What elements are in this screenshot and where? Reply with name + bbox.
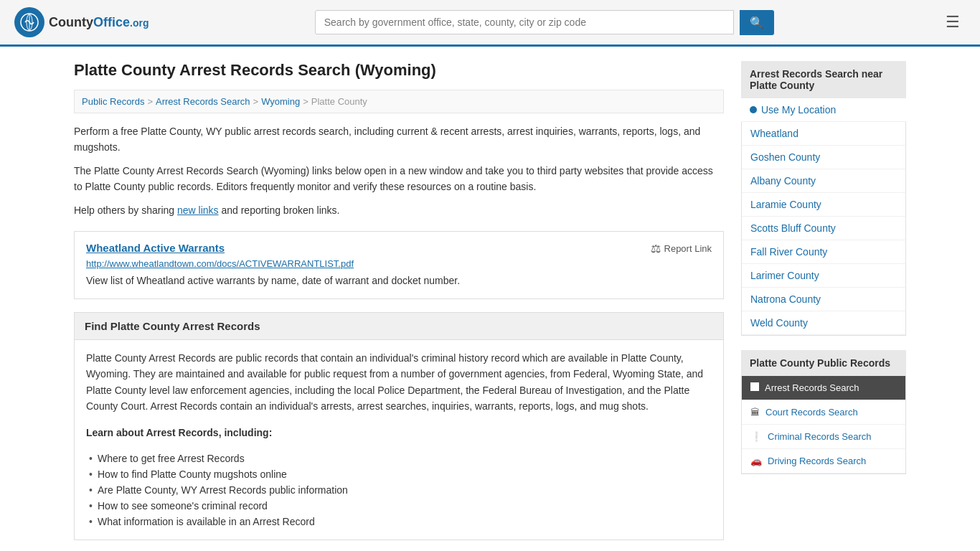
sidebar-nearby-link[interactable]: Wheatland — [750, 128, 798, 139]
sidebar-nearby-item[interactable]: Weld County — [742, 311, 905, 335]
search-input[interactable] — [315, 10, 734, 34]
breadcrumb: Public Records > Arrest Records Search >… — [74, 90, 724, 113]
sidebar-nearby-item[interactable]: Natrona County — [742, 288, 905, 311]
sidebar-nearby-link[interactable]: Weld County — [750, 317, 808, 329]
location-icon — [750, 106, 757, 113]
breadcrumb-sep1: > — [147, 96, 153, 107]
sidebar-nearby-item[interactable]: Scotts Bluff County — [742, 217, 905, 240]
sidebar: Arrest Records Search near Platte County… — [741, 61, 906, 551]
search-bar: 🔍 — [315, 10, 774, 35]
exclamation-icon: ❕ — [750, 431, 762, 442]
sidebar-nearby-item[interactable]: Albany County — [742, 169, 905, 193]
logo-icon — [14, 7, 44, 37]
breadcrumb-current: Platte County — [311, 96, 367, 107]
report-link-label: Report Link — [664, 243, 712, 254]
sidebar-nearby-item[interactable]: Wheatland — [742, 122, 905, 146]
warrant-title[interactable]: Wheatland Active Warrants — [86, 242, 225, 254]
sidebar-nearby: Arrest Records Search near Platte County… — [741, 61, 906, 336]
find-section-header: Find Platte County Arrest Records — [75, 313, 723, 340]
sidebar-nearby-list: WheatlandGoshen CountyAlbany CountyLaram… — [741, 122, 906, 336]
help-suffix: and reporting broken links. — [221, 204, 339, 216]
sidebar-nearby-link[interactable]: Goshen County — [750, 151, 820, 163]
learn-list: Where to get free Arrest RecordsHow to f… — [86, 451, 712, 529]
building-icon: 🏛 — [750, 407, 760, 418]
sidebar-public-link[interactable]: Arrest Records Search — [765, 382, 859, 393]
learn-item: What information is available in an Arre… — [86, 514, 712, 529]
search-icon: 🔍 — [750, 17, 764, 29]
car-icon: 🚗 — [750, 456, 762, 466]
warrant-card: Wheatland Active Warrants ⚖ Report Link … — [74, 231, 724, 299]
sidebar-nearby-link[interactable]: Scotts Bluff County — [750, 222, 836, 234]
content-area: Platte County Arrest Records Search (Wyo… — [74, 61, 724, 551]
sidebar-nearby-title: Arrest Records Search near Platte County — [741, 61, 906, 98]
sidebar-public-link[interactable]: Court Records Search — [765, 407, 858, 418]
warrant-description: View list of Wheatland active warrants b… — [86, 273, 712, 288]
use-location-label: Use My Location — [761, 104, 836, 116]
hamburger-menu-button[interactable]: ☰ — [940, 10, 966, 34]
sidebar-public-link[interactable]: Criminal Records Search — [768, 431, 872, 442]
learn-item: How to find Platte County mugshots onlin… — [86, 466, 712, 482]
header: CountyOffice.org 🔍 ☰ — [0, 0, 980, 47]
menu-icon: ☰ — [946, 13, 960, 31]
sidebar-public-link[interactable]: Driving Records Search — [768, 456, 866, 466]
sidebar-public-item[interactable]: Arrest Records Search — [742, 376, 905, 400]
breadcrumb-public-records[interactable]: Public Records — [82, 96, 144, 107]
intro-text2: The Platte County Arrest Records Search … — [74, 163, 724, 195]
warrant-header: Wheatland Active Warrants ⚖ Report Link — [86, 242, 712, 258]
help-text: Help others by sharing new links and rep… — [74, 202, 724, 218]
main-container: Platte County Arrest Records Search (Wyo… — [60, 47, 920, 551]
breadcrumb-arrest-records[interactable]: Arrest Records Search — [156, 96, 250, 107]
learn-item: Are Platte County, WY Arrest Records pub… — [86, 482, 712, 498]
warrant-url[interactable]: http://www.wheatlandtown.com/docs/ACTIVE… — [86, 258, 712, 269]
breadcrumb-wyoming[interactable]: Wyoming — [261, 96, 300, 107]
sidebar-nearby-link[interactable]: Larimer County — [750, 270, 819, 281]
sidebar-nearby-link[interactable]: Fall River County — [750, 246, 827, 258]
search-button[interactable]: 🔍 — [740, 10, 774, 35]
breadcrumb-sep3: > — [303, 96, 308, 107]
find-description: Platte County Arrest Records are public … — [86, 350, 712, 415]
logo-text: CountyOffice.org — [49, 15, 149, 30]
report-link-button[interactable]: ⚖ Report Link — [651, 242, 712, 255]
sidebar-public-list: Arrest Records Search🏛Court Records Sear… — [741, 376, 906, 474]
sidebar-public-title: Platte County Public Records — [741, 350, 906, 376]
sidebar-public: Platte County Public Records Arrest Reco… — [741, 350, 906, 474]
sidebar-public-item[interactable]: 🏛Court Records Search — [742, 400, 905, 425]
sidebar-public-item[interactable]: 🚗Driving Records Search — [742, 449, 905, 474]
new-links-link[interactable]: new links — [177, 204, 219, 216]
learn-item: How to see someone's criminal record — [86, 498, 712, 514]
help-prefix: Help others by sharing — [74, 204, 174, 216]
learn-title: Learn about Arrest Records, including: — [86, 425, 712, 441]
find-section: Find Platte County Arrest Records Platte… — [74, 312, 724, 540]
logo-area: CountyOffice.org — [14, 7, 149, 37]
sidebar-nearby-link[interactable]: Natrona County — [750, 293, 821, 305]
report-icon: ⚖ — [651, 242, 661, 255]
sidebar-nearby-item[interactable]: Larimer County — [742, 264, 905, 288]
breadcrumb-sep2: > — [253, 96, 259, 107]
sidebar-nearby-item[interactable]: Fall River County — [742, 240, 905, 264]
sidebar-nearby-link[interactable]: Albany County — [750, 175, 816, 187]
sidebar-nearby-link[interactable]: Laramie County — [750, 199, 821, 210]
square-icon — [750, 382, 759, 393]
learn-item: Where to get free Arrest Records — [86, 451, 712, 466]
intro-text: Perform a free Platte County, WY public … — [74, 123, 724, 156]
use-my-location[interactable]: Use My Location — [741, 98, 906, 122]
sidebar-public-item[interactable]: ❕Criminal Records Search — [742, 425, 905, 449]
find-section-body: Platte County Arrest Records are public … — [75, 340, 723, 540]
sidebar-nearby-item[interactable]: Goshen County — [742, 146, 905, 169]
page-title: Platte County Arrest Records Search (Wyo… — [74, 61, 724, 80]
sidebar-nearby-item[interactable]: Laramie County — [742, 193, 905, 217]
